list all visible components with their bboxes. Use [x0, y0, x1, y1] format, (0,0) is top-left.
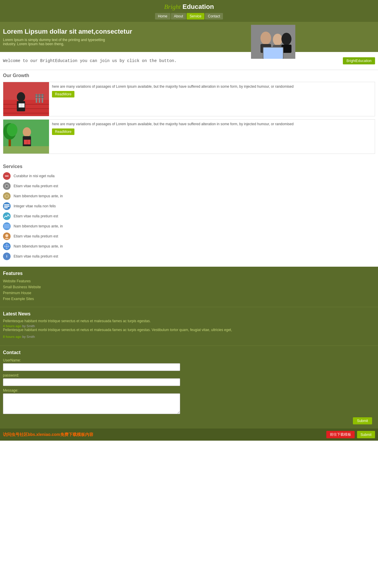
news-summary-1: Pellentesque habitant morbi tristique se…: [3, 319, 375, 323]
service-item-6: Nam bibendum tempus ante, in: [3, 222, 375, 230]
feature-link-2[interactable]: Small Business Website: [3, 285, 375, 289]
service-label-5: Etiam vitae nulla pretium est: [14, 214, 58, 218]
svg-point-50: [5, 234, 8, 237]
nav-home[interactable]: Home: [155, 13, 170, 19]
service-icon-9: i: [3, 253, 11, 260]
news-by-2: by Smith: [22, 335, 35, 338]
service-label-9: Etiam vitae nulla pretium est: [14, 254, 58, 258]
service-label-6: Nam bibendum tempus ante, in: [14, 224, 63, 228]
service-item-3: Nam bibendum tempus ante, in: [3, 192, 375, 200]
service-item-7: Etiam vitae nulla pretium est: [3, 232, 375, 240]
news-time-1: 4 hours ago: [3, 324, 21, 328]
footer-buttons: 前往下载模板 Submit: [326, 431, 375, 438]
message-label: Message:: [3, 388, 375, 392]
contact-section: Contact UserName: password: Message: Sub…: [0, 346, 378, 429]
services-section: Services Curabitur in nisi eget nulla Et…: [0, 160, 378, 267]
svg-rect-43: [4, 206, 9, 207]
service-icon-2: [3, 182, 11, 190]
footer-submit-button[interactable]: Submit: [357, 431, 375, 438]
growth-desc-1: here are many variations of passages of …: [52, 84, 372, 89]
read-more-button-1[interactable]: ReadMore: [52, 91, 74, 97]
service-item-9: i Etiam vitae nulla pretium est: [3, 253, 375, 260]
news-item-1: Pellentesque habitant morbi tristique se…: [3, 319, 375, 332]
welcome-section: Welcome to our BrightEducation you can j…: [0, 52, 378, 70]
svg-point-5: [281, 33, 291, 45]
header: Bright Education Home About Service Cont…: [0, 0, 378, 22]
nav-service[interactable]: Service: [187, 13, 204, 19]
news-section: Latest News Pellentesque habitant morbi …: [0, 307, 378, 346]
password-row: password:: [3, 373, 375, 386]
nav-contact[interactable]: Contact: [205, 13, 223, 19]
footer-watermark: 访问虫号社区bbs.xleniao.com免费下载模板内容: [3, 432, 93, 437]
service-icon-7: [3, 232, 11, 240]
svg-rect-44: [4, 207, 8, 208]
hero-image: [251, 25, 295, 59]
svg-rect-48: [4, 229, 9, 230]
read-more-button-2[interactable]: ReadMore: [52, 128, 74, 135]
service-label-4: Integer vitae nulla non felis: [14, 204, 56, 208]
svg-point-3: [273, 34, 282, 45]
logo: Bright Education: [0, 3, 378, 11]
service-item-8: Nam bibendum tempus ante, in: [3, 242, 375, 250]
news-heading: Latest News: [3, 311, 375, 317]
features-heading: Features: [3, 271, 375, 276]
feature-link-4[interactable]: Free Example Sites: [3, 297, 375, 301]
news-time-2: 8 hours ago: [3, 335, 21, 338]
logo-education: Education: [183, 3, 214, 10]
news-detail-1: Pellentesque habitant morbi tristique se…: [3, 328, 375, 332]
username-row: UserName:: [3, 358, 375, 371]
contact-heading: Contact: [3, 350, 375, 355]
growth-desc-2: here are many variations of passages of …: [52, 122, 372, 126]
growth-card-2: here are many variations of passages of …: [3, 119, 375, 154]
service-item-2: Etiam vitae nulla pretium est: [3, 182, 375, 190]
message-row: Message:: [3, 388, 375, 415]
hero-title: Lorem Lipsum dollar sit amet,consectetur: [3, 28, 375, 35]
svg-rect-8: [263, 48, 283, 59]
feature-link-3[interactable]: Premimum House: [3, 291, 375, 295]
svg-point-20: [17, 92, 25, 102]
growth-image-1: [3, 82, 49, 116]
growth-heading: Our Growth: [3, 73, 375, 78]
service-icon-3: [3, 192, 11, 200]
username-input[interactable]: [3, 363, 180, 371]
growth-image-2: [3, 120, 49, 154]
news-meta-2: 8 hours ago by Smith: [3, 335, 375, 338]
svg-rect-32: [3, 146, 49, 154]
message-input[interactable]: [3, 393, 180, 414]
service-icon-8: [3, 242, 11, 250]
service-item-5: Etiam vitae nulla pretium est: [3, 212, 375, 220]
svg-rect-18: [35, 95, 44, 95]
service-label-3: Nam bibendum tempus ante, in: [14, 194, 63, 198]
svg-rect-47: [4, 224, 10, 229]
news-by-1: by Smith: [22, 324, 35, 328]
service-label-7: Etiam vitae nulla pretium est: [14, 234, 58, 238]
service-icon-1: [3, 172, 11, 180]
password-label: password:: [3, 373, 375, 377]
service-label-8: Nam bibendum tempus ante, in: [14, 244, 63, 248]
hero-section: Lorem Lipsum dollar sit amet,consectetur…: [0, 22, 378, 52]
service-icon-5: [3, 212, 11, 220]
svg-point-1: [260, 32, 271, 45]
footer: 访问虫号社区bbs.xleniao.com免费下载模板内容 前往下载模板 Sub…: [0, 429, 378, 441]
svg-text:i: i: [6, 254, 7, 258]
service-icon-6: [3, 222, 11, 230]
growth-content-1: here are many variations of passages of …: [49, 82, 375, 100]
features-section: Features Website Features Small Business…: [0, 267, 378, 307]
growth-card-1: here are many variations of passages of …: [3, 82, 375, 116]
download-button[interactable]: 前往下载模板: [326, 431, 355, 438]
svg-point-28: [23, 127, 31, 137]
contact-submit-button[interactable]: Submit: [353, 417, 372, 424]
svg-point-40: [6, 195, 8, 197]
svg-point-37: [6, 185, 8, 187]
password-input[interactable]: [3, 378, 180, 386]
welcome-text: Welcome to our BrightEducation you can j…: [3, 58, 177, 63]
bright-education-button[interactable]: BrightEducation: [343, 57, 375, 64]
hero-description: Lorem Ipsum is simply dummy text of the …: [3, 38, 106, 46]
service-item-1: Curabitur in nisi eget nulla: [3, 172, 375, 180]
service-label-2: Etiam vitae nulla pretium est: [14, 184, 58, 188]
username-label: UserName:: [3, 358, 375, 362]
feature-link-1[interactable]: Website Features: [3, 279, 375, 283]
nav-about[interactable]: About: [171, 13, 186, 19]
navigation: Home About Service Contact: [155, 13, 223, 19]
svg-rect-42: [4, 204, 9, 205]
